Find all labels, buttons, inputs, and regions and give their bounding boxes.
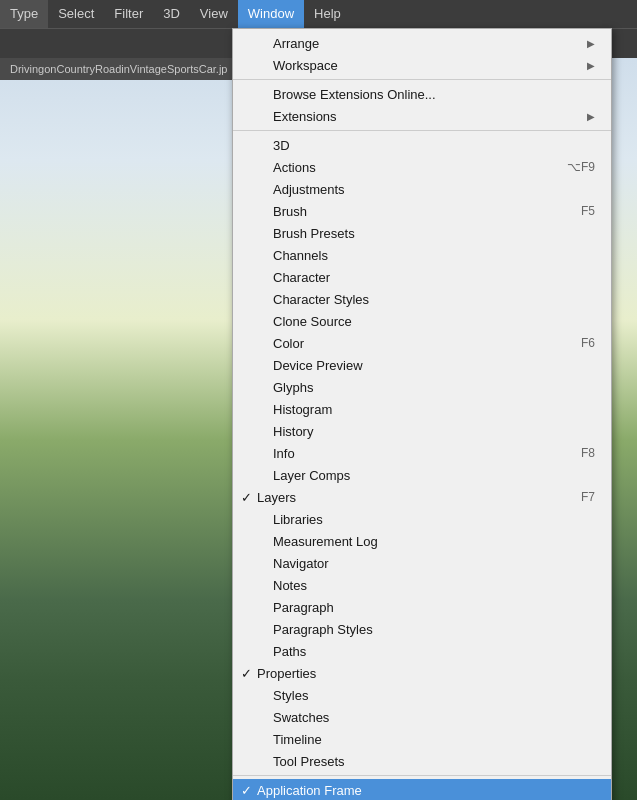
- adjustments-label: Adjustments: [273, 182, 595, 197]
- sep-3: [233, 775, 611, 776]
- menu-clone-source[interactable]: Clone Source: [233, 310, 611, 332]
- menu-layer-comps[interactable]: Layer Comps: [233, 464, 611, 486]
- menu-adjustments[interactable]: Adjustments: [233, 178, 611, 200]
- menu-workspace[interactable]: Workspace ▶: [233, 54, 611, 76]
- check-3d: [257, 138, 273, 153]
- menu-select[interactable]: Select: [48, 0, 104, 28]
- check-layers: ✓: [241, 490, 257, 505]
- menu-arrange[interactable]: Arrange ▶: [233, 32, 611, 54]
- check-adjustments: [257, 182, 273, 197]
- menu-paragraph[interactable]: Paragraph: [233, 596, 611, 618]
- check-navigator: [257, 556, 273, 571]
- menu-styles[interactable]: Styles: [233, 684, 611, 706]
- menu-paths[interactable]: Paths: [233, 640, 611, 662]
- menu-timeline[interactable]: Timeline: [233, 728, 611, 750]
- check-info: [257, 446, 273, 461]
- window-menu-dropdown[interactable]: Arrange ▶ Workspace ▶ Browse Extensions …: [232, 28, 612, 800]
- check-brush: [257, 204, 273, 219]
- menu-history[interactable]: History: [233, 420, 611, 442]
- check-clone: [257, 314, 273, 329]
- menu-actions[interactable]: Actions ⌥F9: [233, 156, 611, 178]
- check-browse: [257, 87, 273, 102]
- check-actions: [257, 160, 273, 175]
- menu-help[interactable]: Help: [304, 0, 351, 28]
- sep-2: [233, 130, 611, 131]
- check-arrange: [257, 36, 273, 51]
- sep-1: [233, 79, 611, 80]
- check-workspace: [257, 58, 273, 73]
- menu-type[interactable]: Type: [0, 0, 48, 28]
- check-tool-presets: [257, 754, 273, 769]
- arrange-arrow: ▶: [587, 38, 595, 49]
- check-properties: ✓: [241, 666, 257, 681]
- menu-info[interactable]: Info F8: [233, 442, 611, 464]
- navigator-label: Navigator: [273, 556, 595, 571]
- workspace-arrow: ▶: [587, 60, 595, 71]
- menu-brush-presets[interactable]: Brush Presets: [233, 222, 611, 244]
- menu-swatches[interactable]: Swatches: [233, 706, 611, 728]
- layers-label: Layers: [257, 490, 561, 505]
- layer-comps-label: Layer Comps: [273, 468, 595, 483]
- menu-device-preview[interactable]: Device Preview: [233, 354, 611, 376]
- menu-browse-extensions[interactable]: Browse Extensions Online...: [233, 83, 611, 105]
- menu-window[interactable]: Window: [238, 0, 304, 28]
- file-tab[interactable]: DrivingonCountryRoadinVintageSportsCar.j…: [0, 58, 237, 80]
- check-notes: [257, 578, 273, 593]
- menu-extensions[interactable]: Extensions ▶: [233, 105, 611, 127]
- histogram-label: Histogram: [273, 402, 595, 417]
- menu-channels[interactable]: Channels: [233, 244, 611, 266]
- arrange-label: Arrange: [273, 36, 577, 51]
- brush-label: Brush: [273, 204, 561, 219]
- actions-label: Actions: [273, 160, 547, 175]
- app-frame-label: Application Frame: [257, 783, 595, 798]
- check-channels: [257, 248, 273, 263]
- check-brush-presets: [257, 226, 273, 241]
- swatches-label: Swatches: [273, 710, 595, 725]
- menu-paragraph-styles[interactable]: Paragraph Styles: [233, 618, 611, 640]
- check-history: [257, 424, 273, 439]
- menu-character[interactable]: Character: [233, 266, 611, 288]
- menu-measurement-log[interactable]: Measurement Log: [233, 530, 611, 552]
- properties-label: Properties: [257, 666, 595, 681]
- menu-3d[interactable]: 3D: [153, 0, 190, 28]
- menu-notes[interactable]: Notes: [233, 574, 611, 596]
- menu-histogram[interactable]: Histogram: [233, 398, 611, 420]
- char-styles-label: Character Styles: [273, 292, 595, 307]
- menu-libraries[interactable]: Libraries: [233, 508, 611, 530]
- menu-navigator[interactable]: Navigator: [233, 552, 611, 574]
- menu-bar: Type Select Filter 3D View Window Help: [0, 0, 637, 28]
- check-paragraph: [257, 600, 273, 615]
- menu-filter[interactable]: Filter: [104, 0, 153, 28]
- timeline-label: Timeline: [273, 732, 595, 747]
- menu-properties[interactable]: ✓ Properties: [233, 662, 611, 684]
- check-swatches: [257, 710, 273, 725]
- brush-presets-label: Brush Presets: [273, 226, 595, 241]
- check-layer-comps: [257, 468, 273, 483]
- history-label: History: [273, 424, 595, 439]
- check-libraries: [257, 512, 273, 527]
- paragraph-label: Paragraph: [273, 600, 595, 615]
- character-label: Character: [273, 270, 595, 285]
- libraries-label: Libraries: [273, 512, 595, 527]
- para-styles-label: Paragraph Styles: [273, 622, 595, 637]
- check-glyphs: [257, 380, 273, 395]
- actions-shortcut: ⌥F9: [567, 160, 595, 174]
- menu-view[interactable]: View: [190, 0, 238, 28]
- color-shortcut: F6: [581, 336, 595, 350]
- menu-3d[interactable]: 3D: [233, 134, 611, 156]
- menu-tool-presets[interactable]: Tool Presets: [233, 750, 611, 772]
- clone-label: Clone Source: [273, 314, 595, 329]
- check-color: [257, 336, 273, 351]
- channels-label: Channels: [273, 248, 595, 263]
- menu-glyphs[interactable]: Glyphs: [233, 376, 611, 398]
- check-ext: [257, 109, 273, 124]
- color-label: Color: [273, 336, 561, 351]
- menu-color[interactable]: Color F6: [233, 332, 611, 354]
- menu-brush[interactable]: Brush F5: [233, 200, 611, 222]
- browse-label: Browse Extensions Online...: [273, 87, 595, 102]
- menu-application-frame[interactable]: ✓ Application Frame: [233, 779, 611, 800]
- workspace-label: Workspace: [273, 58, 577, 73]
- menu-character-styles[interactable]: Character Styles: [233, 288, 611, 310]
- menu-layers[interactable]: ✓ Layers F7: [233, 486, 611, 508]
- notes-label: Notes: [273, 578, 595, 593]
